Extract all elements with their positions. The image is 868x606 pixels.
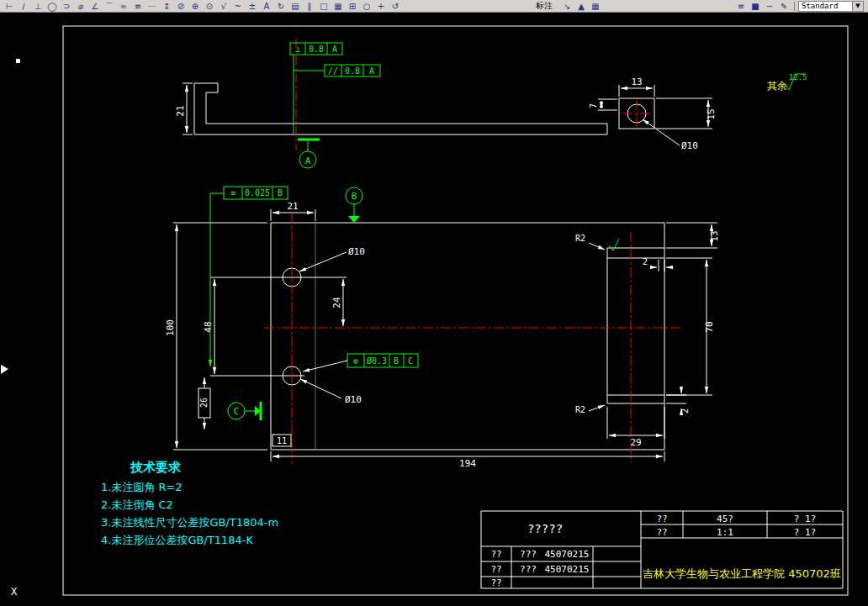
perpendicularity-value[interactable]: 0.8 <box>309 45 324 54</box>
dim-2-bottom-ext[interactable] <box>666 395 686 403</box>
front-view-flange-lines[interactable] <box>607 248 664 403</box>
tech-req-item-2[interactable]: 2.未注倒角 C2 <box>101 498 173 511</box>
title-block-r1-extra[interactable]: ? 1? <box>794 514 817 524</box>
dim-21-left-label[interactable]: 21 <box>175 105 186 116</box>
linetype-icon[interactable]: − <box>763 1 776 12</box>
dim-13-right-label[interactable]: 13 <box>709 230 720 241</box>
hole-dia-label-bottom[interactable]: Ø10 <box>345 394 362 405</box>
hole-dia-leader-top[interactable] <box>299 252 347 271</box>
dim-21-top-label[interactable]: 21 <box>287 201 298 212</box>
dim-2-top-label[interactable]: 2 <box>643 257 648 266</box>
tech-req-item-3[interactable]: 3.未注线性尺寸公差按GB/T1804-m <box>101 516 278 529</box>
dim-15-ext[interactable] <box>656 98 712 129</box>
dim-edit-icon[interactable]: ± <box>246 1 259 12</box>
zoom-window-icon[interactable]: ⊞ <box>346 1 359 12</box>
dim-baseline-icon[interactable]: ≡ <box>131 1 145 12</box>
symmetry-fcf-leader[interactable] <box>210 193 224 366</box>
title-block-r1-value[interactable]: 45? <box>717 514 733 524</box>
fillet-r2-bottom-label[interactable]: R2 <box>575 405 585 414</box>
dim-48-label[interactable]: 48 <box>203 321 214 332</box>
dim-7-label[interactable]: 7 <box>589 103 598 108</box>
dim-style-icon[interactable]: ▤ <box>288 1 302 12</box>
text-edit-icon[interactable]: ✎ <box>777 1 791 12</box>
dim-update-icon[interactable]: ↻ <box>274 1 288 12</box>
dim-70-label[interactable]: 70 <box>704 321 715 332</box>
title-block-row1-doc[interactable]: ??? <box>520 549 537 560</box>
grid-icon[interactable]: ▦ <box>331 1 345 12</box>
perpendicularity-datum[interactable]: A <box>332 45 337 54</box>
datum-b-triangle[interactable] <box>348 216 360 223</box>
dim-linear-icon[interactable]: ⊢ <box>3 1 16 12</box>
title-block-organization[interactable]: 吉林大学生物与农业工程学院 450702班 <box>643 567 841 580</box>
datum-c-label[interactable]: C <box>234 406 240 417</box>
title-block-row2-label[interactable]: ?? <box>490 564 501 575</box>
dim-arc-length-icon[interactable]: ⌒ <box>103 1 116 12</box>
title-block-part-name[interactable]: ????? <box>527 522 563 535</box>
tech-req-item-1[interactable]: 1.未注圆角 R=2 <box>101 481 183 493</box>
combo-dropdown-icon[interactable]: ▼ <box>852 2 863 11</box>
dim-7-ext[interactable] <box>598 99 617 110</box>
symmetry-value[interactable]: 0.025 <box>245 188 270 198</box>
title-block-r1-label[interactable]: ?? <box>656 514 667 524</box>
tolerance-frames-top[interactable]: ⊥ 0.8 A // 0.8 A A <box>290 43 380 168</box>
parallelism-symbol[interactable]: // <box>328 66 338 76</box>
top-view[interactable]: 21 13 7 15 Ø10 <box>175 38 717 151</box>
hole-axis-lines[interactable] <box>210 277 347 376</box>
dim-diameter-icon[interactable]: ⌀ <box>74 1 87 12</box>
position-symbol[interactable]: ⊕ <box>353 356 358 366</box>
dim-jogged-icon[interactable]: ⊃ <box>60 1 73 12</box>
tolerance-icon[interactable]: ⊕ <box>188 1 202 12</box>
dim-11-label[interactable]: 11 <box>277 436 287 445</box>
dim-100-label[interactable]: 100 <box>165 319 176 336</box>
fcf-leader-lines[interactable] <box>294 55 325 134</box>
position-fcf-leader[interactable] <box>303 361 347 372</box>
top-view-outline[interactable] <box>194 83 607 134</box>
datum-b-label[interactable]: B <box>352 191 357 202</box>
dim-text-edit-icon[interactable]: A <box>260 1 273 12</box>
top-view-hole-centerlines[interactable] <box>622 100 651 127</box>
dim-space-icon[interactable]: ↕ <box>160 1 173 12</box>
surface-finish-value[interactable]: 12.5 <box>789 73 807 82</box>
title-block-row1-number[interactable]: 45070215 <box>545 549 590 560</box>
table-icon[interactable]: ▦ <box>589 1 602 12</box>
redraw-icon[interactable]: ↺ <box>389 1 402 12</box>
tech-req-item-4[interactable]: 4.未注形位公差按GB/T1184-K <box>101 534 253 546</box>
hole-dia-label-top[interactable]: Ø10 <box>348 246 365 257</box>
position-datum-2[interactable]: C <box>408 356 413 366</box>
dim-aligned-icon[interactable]: ∕ <box>17 1 30 12</box>
dim-break-icon[interactable]: ⊘ <box>174 1 188 12</box>
position-value[interactable]: Ø0.3 <box>367 356 387 366</box>
datum-identifier-icon[interactable]: ▲ <box>574 1 588 12</box>
osnap-icon[interactable]: □ <box>317 1 331 12</box>
hole-dia-label-top-view[interactable]: Ø10 <box>681 140 698 151</box>
quick-dim-icon[interactable]: ≈ <box>117 1 130 12</box>
layer-color-icon[interactable]: ■ <box>749 1 762 12</box>
dim-13-top-label[interactable]: 13 <box>631 76 642 87</box>
dim-radius-icon[interactable]: ◯ <box>45 1 59 12</box>
dim-15-label[interactable]: 15 <box>706 108 717 119</box>
dim-100-ext[interactable] <box>173 223 267 450</box>
title-block-row2-number[interactable]: 45070215 <box>545 564 590 575</box>
dim-26-label[interactable]: 26 <box>199 398 209 408</box>
front-view[interactable]: 21 100 48 26 24 Ø10 Ø10 ⊕ Ø0.3 B C ≡ 0.0… <box>165 187 720 469</box>
tech-req-title[interactable]: 技术要求 <box>130 460 182 475</box>
technical-requirements[interactable]: 技术要求 1.未注圆角 R=2 2.未注倒角 C2 3.未注线性尺寸公差按GB/… <box>101 460 278 546</box>
center-mark-icon[interactable]: ⊙ <box>203 1 216 12</box>
position-datum-1[interactable]: B <box>394 356 399 366</box>
dim-continue-icon[interactable]: ⋯ <box>146 1 159 12</box>
jogged-linear-icon[interactable]: ~ <box>231 1 245 12</box>
dim-2-bottom-label[interactable]: 2 <box>680 408 690 414</box>
parallelism-datum[interactable]: A <box>369 66 374 76</box>
pan-icon[interactable]: + <box>374 1 388 12</box>
dim-24-label[interactable]: 24 <box>331 297 342 308</box>
hole-dia-leader-top-view[interactable] <box>643 119 680 145</box>
title-block-row2-doc[interactable]: ??? <box>520 564 537 575</box>
title-block[interactable]: ????? ?? ??? 45070215 ?? ??? 45070215 ??… <box>481 511 843 588</box>
layers-icon[interactable]: ≡ <box>734 1 748 12</box>
dim-style-combo[interactable]: Standard ▼ <box>798 1 864 12</box>
hole-dia-leader-bottom[interactable] <box>300 379 341 398</box>
ortho-icon[interactable]: ∥ <box>303 1 316 12</box>
perpendicularity-symbol[interactable]: ⊥ <box>295 45 300 54</box>
fillet-r2-top-label[interactable]: R2 <box>575 234 585 243</box>
dim-29-ext[interactable] <box>607 407 664 439</box>
